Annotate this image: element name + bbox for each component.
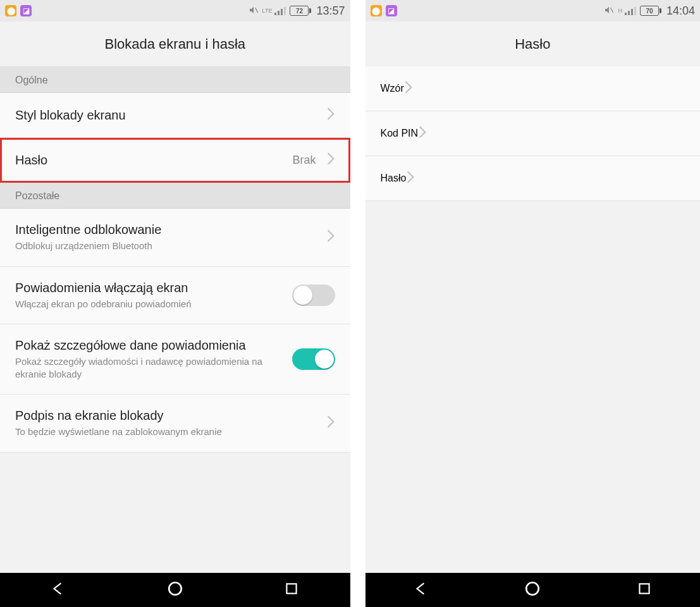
row-pattern[interactable]: Wzór <box>365 66 701 111</box>
statusbar-left: ⬤ ◪ <box>5 5 32 16</box>
empty-space <box>0 453 350 573</box>
chevron-right-icon <box>326 229 335 245</box>
android-navbar <box>365 573 701 607</box>
row-notif-wake-title: Powiadomienia włączają ekran <box>15 281 292 295</box>
clock: 13:57 <box>316 4 345 18</box>
nav-recent-button[interactable] <box>283 580 300 599</box>
row-lock-style[interactable]: Styl blokady ekranu <box>0 93 350 138</box>
list-general: Styl blokady ekranu Hasło Brak <box>0 93 350 183</box>
nav-recent-button[interactable] <box>636 580 653 599</box>
row-pass-title: Hasło <box>381 173 407 184</box>
row-smart-unlock-subtitle: Odblokuj urządzeniem Bluetooth <box>15 240 326 252</box>
battery-icon: 70 <box>640 6 661 16</box>
battery-level: 70 <box>640 6 659 16</box>
chevron-right-icon <box>404 80 413 97</box>
section-other: Pozostałe <box>0 183 350 209</box>
nav-back-button[interactable] <box>50 580 66 599</box>
chevron-right-icon <box>326 152 335 168</box>
section-general: Ogólne <box>0 67 350 93</box>
svg-rect-5 <box>639 584 649 593</box>
statusbar-left: ⬤ ◪ <box>371 5 397 16</box>
statusbar: ⬤ ◪ H 70 14:04 <box>365 0 701 21</box>
toggle-notif-detail[interactable] <box>292 348 335 370</box>
row-pattern-title: Wzór <box>381 83 404 94</box>
notif-icon-2: ◪ <box>386 5 397 16</box>
phone-right: ⬤ ◪ H 70 14:04 Hasło Brak <box>350 0 701 607</box>
network-type: LTE <box>262 8 273 14</box>
toggle-notif-wake[interactable] <box>292 285 335 306</box>
row-lock-signature-subtitle: To będzie wyświetlane na zablokowanym ek… <box>15 426 326 438</box>
phone-left: ⬤ ◪ LTE 72 13:57 Blokada ekranu i hasła … <box>0 0 350 607</box>
battery-level: 72 <box>290 6 309 16</box>
row-password-value: Brak <box>292 154 316 167</box>
notif-icon-1: ⬤ <box>371 5 382 16</box>
signal-icon <box>274 6 286 15</box>
network-type: H <box>618 8 622 14</box>
nav-back-button[interactable] <box>413 580 429 599</box>
chevron-right-icon <box>418 125 427 142</box>
row-lock-signature-title: Podpis na ekranie blokady <box>15 408 326 423</box>
row-password[interactable]: Hasło Brak <box>0 138 350 183</box>
mute-icon <box>249 5 259 17</box>
chevron-right-icon <box>326 107 335 123</box>
page-title: Hasło <box>365 21 701 67</box>
signal-icon <box>625 6 636 15</box>
row-pin[interactable]: Kod PIN <box>365 111 701 156</box>
nav-home-button[interactable] <box>524 580 541 599</box>
svg-line-0 <box>255 8 257 13</box>
row-lock-signature[interactable]: Podpis na ekranie blokady To będzie wyśw… <box>0 395 350 453</box>
svg-point-1 <box>169 582 181 595</box>
row-notif-wake[interactable]: Powiadomienia włączają ekran Włączaj ekr… <box>0 267 350 325</box>
svg-point-4 <box>527 582 539 595</box>
nav-home-button[interactable] <box>167 580 183 599</box>
list-passwords-real: Brak Wzór Kod PIN Hasło <box>365 66 701 201</box>
empty-space <box>365 201 701 573</box>
row-notif-wake-subtitle: Włączaj ekran po odebraniu powiadomień <box>15 298 292 310</box>
row-password-title: Hasło <box>15 153 292 168</box>
row-notif-detail-title: Pokaż szczegółowe dane powiadomienia <box>15 338 292 353</box>
chevron-right-icon <box>326 415 335 431</box>
clock: 14:04 <box>666 4 695 18</box>
statusbar: ⬤ ◪ LTE 72 13:57 <box>0 0 350 21</box>
notif-icon-1: ⬤ <box>5 5 16 16</box>
list-other: Inteligentne odblokowanie Odblokuj urząd… <box>0 209 350 453</box>
svg-line-3 <box>611 8 613 13</box>
row-smart-unlock[interactable]: Inteligentne odblokowanie Odblokuj urząd… <box>0 209 350 267</box>
row-pin-title: Kod PIN <box>381 128 419 139</box>
svg-rect-2 <box>287 584 297 593</box>
row-pass[interactable]: Hasło <box>365 156 701 201</box>
chevron-right-icon <box>406 170 415 187</box>
android-navbar <box>0 573 350 607</box>
statusbar-right: LTE 72 13:57 <box>249 4 345 18</box>
row-smart-unlock-title: Inteligentne odblokowanie <box>15 223 326 237</box>
row-lock-style-title: Styl blokady ekranu <box>15 108 326 123</box>
statusbar-right: H 70 14:04 <box>604 4 695 18</box>
row-notif-detail-subtitle: Pokaż szczegóły wiadomości i nadawcę pow… <box>15 355 292 380</box>
page-title: Blokada ekranu i hasła <box>0 21 350 67</box>
row-notif-detail[interactable]: Pokaż szczegółowe dane powiadomienia Pok… <box>0 324 350 395</box>
mute-icon <box>604 5 614 17</box>
notif-icon-2: ◪ <box>20 5 32 16</box>
battery-icon: 72 <box>290 6 311 16</box>
